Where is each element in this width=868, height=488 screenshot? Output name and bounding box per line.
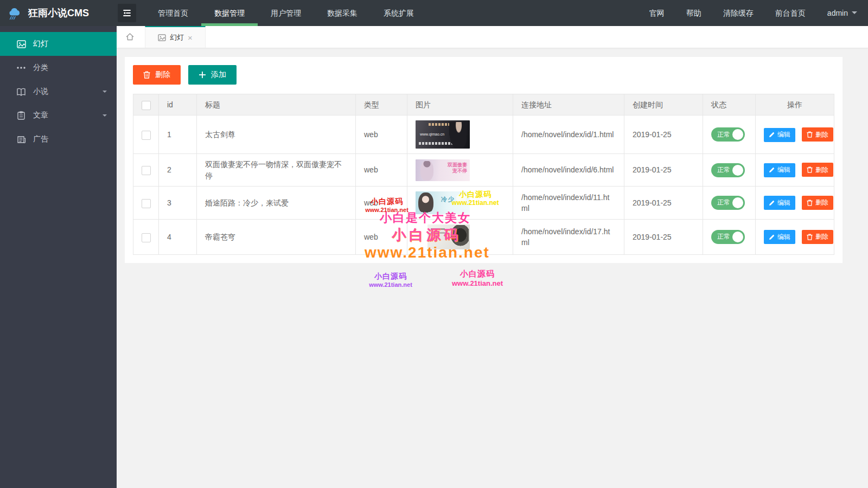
sidebar-item-label: 小说 [33, 87, 48, 97]
sidebar-item-slides[interactable]: 幻灯 [0, 32, 117, 56]
trash-icon [807, 234, 813, 240]
trash-icon [807, 200, 813, 206]
sidebar-item-categories[interactable]: 分类 [0, 56, 117, 80]
picture-icon [16, 40, 26, 48]
username: admin [827, 9, 848, 17]
tab-label: 幻灯 [170, 33, 184, 42]
pencil-icon [769, 167, 775, 173]
nav-item-data-collect[interactable]: 数据采集 [314, 0, 371, 26]
status-toggle[interactable]: 正常 [711, 163, 745, 177]
close-tab-icon[interactable]: × [188, 34, 193, 42]
shrink-menu-icon [122, 8, 132, 18]
nav-item-admin-home[interactable]: 管理首页 [145, 0, 201, 26]
slide-thumbnail: www.qimao.cn [416, 120, 470, 149]
nav-item-system-extend[interactable]: 系统扩展 [371, 0, 427, 26]
edit-button[interactable]: 编辑 [764, 230, 795, 244]
row-checkbox[interactable] [142, 199, 151, 208]
home-icon [125, 33, 135, 41]
bulk-delete-button[interactable]: 删除 [133, 65, 181, 85]
column-header-link: 连接地址 [513, 94, 624, 115]
book-icon [16, 88, 26, 96]
nav-item-front-home[interactable]: 前台首页 [764, 0, 816, 26]
edit-button[interactable]: 编辑 [764, 163, 795, 177]
tab-slides[interactable]: 幻灯 × [145, 26, 206, 48]
toggle-knob [732, 232, 743, 242]
main-content: 删除 添加 id 标题 类型 图片 连接地址 [117, 48, 868, 488]
cell-link: /home/novel/index/id/1.html [513, 115, 624, 154]
delete-button[interactable]: 删除 [802, 163, 833, 177]
cell-created: 2019-01-25 [624, 115, 703, 154]
table-row: 2 双面傲妻宠不停一吻情深，双面傲妻宠不停 web 双面傲妻宠不停 /home/… [133, 154, 834, 187]
nav-item-help[interactable]: 帮助 [675, 0, 712, 26]
edit-button[interactable]: 编辑 [764, 128, 795, 142]
cell-created: 2019-01-25 [624, 154, 703, 187]
row-checkbox[interactable] [142, 131, 151, 140]
chevron-down-icon [103, 114, 107, 119]
status-toggle[interactable]: 正常 [711, 196, 745, 210]
cell-id: 3 [159, 186, 197, 219]
table-row: 1 太古剑尊 web www.qimao.cn /home/novel/inde… [133, 115, 834, 154]
tab-bar: 幻灯 × [117, 26, 868, 48]
column-header-id: id [159, 94, 197, 115]
nav-item-clear-cache[interactable]: 清除缓存 [712, 0, 764, 26]
cell-type: web [356, 219, 407, 254]
toolbar: 删除 添加 [133, 65, 834, 85]
slides-table: id 标题 类型 图片 连接地址 创建时间 状态 操作 1 太古剑尊 web [133, 94, 834, 255]
nav-item-official-site[interactable]: 官网 [639, 0, 675, 26]
home-tab-button[interactable] [117, 26, 143, 48]
collapse-sidebar-button[interactable] [118, 4, 136, 22]
column-header-created: 创建时间 [624, 94, 703, 115]
status-toggle[interactable]: 正常 [711, 127, 745, 142]
cell-title: 太古剑尊 [197, 115, 356, 154]
cell-title: 双面傲妻宠不停一吻情深，双面傲妻宠不停 [197, 154, 356, 187]
add-slide-button[interactable]: 添加 [188, 65, 237, 85]
user-dropdown[interactable]: admin [816, 0, 868, 26]
nav-item-data-manage[interactable]: 数据管理 [201, 0, 258, 26]
slides-card: 删除 添加 id 标题 类型 图片 连接地址 [125, 57, 843, 263]
cell-created: 2019-01-25 [624, 219, 703, 254]
chevron-down-icon [103, 91, 107, 95]
toggle-knob [732, 197, 743, 208]
nav-item-user-manage[interactable]: 用户管理 [258, 0, 314, 26]
table-row: 4 帝霸苍穹 web /home/novel/index/id/17.html … [133, 219, 834, 254]
delete-button[interactable]: 删除 [802, 196, 833, 210]
trash-icon [807, 166, 813, 173]
topbar-right-menu: 官网 帮助 清除缓存 前台首页 admin [639, 0, 868, 26]
cell-id: 1 [159, 115, 197, 154]
pencil-icon [769, 200, 775, 206]
delete-button[interactable]: 删除 [802, 127, 833, 142]
chevron-down-icon [852, 11, 857, 17]
cell-title: 帝霸苍穹 [197, 219, 356, 254]
cell-link: /home/novel/index/id/6.html [513, 154, 624, 187]
app-logo: 狂雨小说CMS [0, 5, 117, 21]
sidebar-item-articles[interactable]: 文章 [0, 104, 117, 127]
toggle-knob [732, 129, 743, 140]
row-checkbox[interactable] [142, 166, 151, 175]
delete-button[interactable]: 删除 [802, 230, 833, 244]
newspaper-icon [16, 136, 26, 144]
edit-button[interactable]: 编辑 [764, 196, 795, 210]
row-checkbox[interactable] [142, 233, 151, 242]
column-header-image: 图片 [407, 94, 513, 115]
slide-thumbnail: 冷少 [416, 191, 470, 214]
cell-type: web [356, 186, 407, 219]
rain-cloud-logo-icon [7, 5, 23, 21]
select-all-checkbox[interactable] [142, 101, 151, 110]
sidebar-item-ads[interactable]: 广告 [0, 127, 117, 151]
cell-id: 2 [159, 154, 197, 187]
cell-type: web [356, 115, 407, 154]
cell-id: 4 [159, 219, 197, 254]
trash-icon [143, 71, 150, 79]
cell-type: web [356, 154, 407, 187]
table-row: 3 婚途陌路：冷少，来试爱 web 冷少 /home/novel/index/i… [133, 186, 834, 219]
column-header-ops: 操作 [756, 94, 834, 115]
table-header-row: id 标题 类型 图片 连接地址 创建时间 状态 操作 [133, 94, 834, 115]
active-nav-underline [201, 23, 258, 26]
status-toggle[interactable]: 正常 [711, 230, 745, 244]
pencil-icon [769, 234, 775, 240]
sidebar-item-novels[interactable]: 小说 [0, 80, 117, 104]
ellipsis-icon [16, 66, 26, 69]
cell-created: 2019-01-25 [624, 186, 703, 219]
sidebar-item-label: 广告 [33, 134, 48, 144]
cell-title: 婚途陌路：冷少，来试爱 [197, 186, 356, 219]
